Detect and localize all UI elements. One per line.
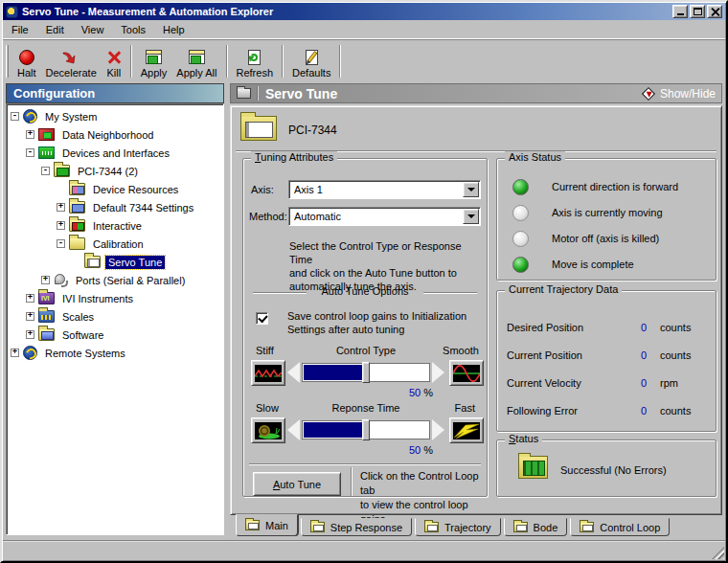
- apply-button[interactable]: Apply: [136, 42, 172, 80]
- show-hide-button[interactable]: Show/Hide: [644, 87, 716, 101]
- configuration-tree[interactable]: - My System + Data Neighborhood - Device…: [6, 103, 224, 535]
- tab-trajectory[interactable]: Trajectory: [415, 518, 501, 536]
- tree-expander[interactable]: -: [11, 112, 19, 121]
- tree-item-label[interactable]: Remote Systems: [42, 347, 128, 360]
- tree-item-pci-7344[interactable]: - PCI-7344 (2): [7, 162, 223, 180]
- save-gains-checkbox[interactable]: [256, 312, 268, 325]
- slider-thumb[interactable]: [362, 362, 370, 383]
- menu-view[interactable]: View: [73, 22, 113, 37]
- slider-right-arrow[interactable]: [432, 419, 444, 440]
- menu-bar: File Edit View Tools Help: [3, 20, 725, 38]
- tree-item-scales[interactable]: + Scales: [7, 307, 223, 326]
- slider-left-arrow[interactable]: [287, 362, 300, 383]
- tab-label: Control Loop: [600, 522, 660, 533]
- application-window: Servo Tune - Measurement & Automation Ex…: [0, 0, 728, 563]
- decelerate-button[interactable]: Decelerate: [41, 42, 102, 80]
- tree-item-default-7344-settings[interactable]: + Default 7344 Settings: [7, 198, 223, 216]
- tree-item-label[interactable]: Interactive: [90, 219, 145, 233]
- tree-item-label[interactable]: Calibration: [90, 237, 147, 251]
- trajectory-value: 0: [622, 322, 647, 333]
- fast-button[interactable]: [449, 417, 484, 443]
- tree-expander[interactable]: +: [26, 294, 34, 303]
- tree-item-my-system[interactable]: - My System: [7, 107, 223, 125]
- tree-expander[interactable]: +: [41, 276, 50, 284]
- status-message: Successful (No Errors): [560, 464, 667, 476]
- slider-track[interactable]: [302, 363, 430, 382]
- group-title: Status: [505, 433, 542, 444]
- kill-button[interactable]: Kill: [102, 42, 126, 80]
- trajectory-data-group: Current Trajectory Data Desired Position…: [496, 290, 717, 432]
- led-indicator: [512, 179, 529, 195]
- tree-item-label[interactable]: Servo Tune: [105, 256, 165, 269]
- tab-main[interactable]: Main: [236, 514, 298, 536]
- tree-item-servo-tune[interactable]: Servo Tune: [7, 253, 223, 271]
- menu-help[interactable]: Help: [154, 22, 193, 37]
- apply-all-button[interactable]: Apply All: [171, 42, 221, 80]
- tree-item-calibration[interactable]: - Calibration: [7, 235, 223, 253]
- tab-step-response[interactable]: Step Response: [301, 518, 412, 536]
- tree-item-ivi-instruments[interactable]: + IVI Instruments: [7, 289, 223, 307]
- tree-item-label[interactable]: My System: [42, 110, 100, 124]
- trajectory-label: Current Velocity: [507, 377, 622, 389]
- menu-edit[interactable]: Edit: [37, 22, 73, 37]
- slow-button[interactable]: [251, 417, 285, 443]
- slider-track[interactable]: [302, 420, 430, 439]
- title-bar[interactable]: Servo Tune - Measurement & Automation Ex…: [3, 3, 725, 20]
- tab-bode[interactable]: Bode: [504, 518, 568, 536]
- tree-item-label[interactable]: Device Resources: [90, 183, 181, 196]
- halt-button[interactable]: Halt: [12, 42, 41, 80]
- tree-item-label[interactable]: Software: [59, 328, 106, 342]
- tree-expander[interactable]: -: [41, 167, 50, 175]
- tree-item-devices-and-interfaces[interactable]: - Devices and Interfaces: [7, 144, 223, 162]
- refresh-button[interactable]: Refresh: [232, 42, 279, 80]
- response-time-slider[interactable]: [287, 419, 444, 440]
- tree-item-label[interactable]: Data Neighborhood: [59, 128, 156, 142]
- tree-item-software[interactable]: + Software: [7, 326, 223, 344]
- slider-left-arrow[interactable]: [287, 419, 300, 440]
- tree-item-label[interactable]: Default 7344 Settings: [90, 201, 196, 214]
- apply-all-label: Apply All: [176, 67, 216, 79]
- tree-expander[interactable]: +: [26, 330, 34, 339]
- tree-item-ports[interactable]: + Ports (Serial & Parallel): [7, 271, 223, 289]
- tree-item-label[interactable]: Ports (Serial & Parallel): [73, 274, 188, 287]
- slider-thumb[interactable]: [362, 419, 370, 440]
- tree-expander[interactable]: +: [11, 349, 19, 357]
- menu-file[interactable]: File: [3, 22, 37, 37]
- stiff-button[interactable]: [251, 360, 285, 386]
- slider-right-arrow[interactable]: [432, 362, 444, 383]
- tab-control-loop[interactable]: Control Loop: [570, 518, 670, 536]
- tree-expander[interactable]: +: [26, 130, 34, 139]
- show-hide-icon: [642, 86, 655, 100]
- slow-label: Slow: [256, 402, 279, 414]
- smooth-button[interactable]: [449, 360, 484, 386]
- hint-divider: [351, 467, 353, 496]
- tree-item-data-neighborhood[interactable]: + Data Neighborhood: [7, 125, 223, 144]
- tree-item-label[interactable]: Scales: [59, 310, 97, 324]
- tree-expander[interactable]: +: [26, 312, 34, 321]
- save-gains-label: Save control loop gains to Initializatio…: [287, 309, 466, 336]
- tree-item-label[interactable]: PCI-7344 (2): [75, 165, 141, 178]
- axis-dropdown-button[interactable]: [463, 182, 479, 197]
- maximize-button[interactable]: [690, 5, 705, 18]
- axis-select[interactable]: Axis 1: [288, 180, 481, 199]
- resize-grip[interactable]: [712, 547, 724, 559]
- tree-expander[interactable]: -: [26, 148, 34, 157]
- minimize-button[interactable]: [672, 5, 688, 18]
- method-dropdown-button[interactable]: [463, 209, 479, 224]
- tree-expander[interactable]: -: [57, 239, 65, 248]
- tree-item-interactive[interactable]: + Interactive: [7, 216, 223, 235]
- tree-item-remote-systems[interactable]: + Remote Systems: [7, 344, 223, 362]
- auto-tune-button[interactable]: Auto Tune: [253, 472, 341, 496]
- resources-folder-icon: [69, 183, 85, 195]
- method-select[interactable]: Automatic: [288, 207, 481, 226]
- tree-item-label[interactable]: IVI Instruments: [59, 292, 136, 305]
- close-button[interactable]: [707, 5, 722, 18]
- menu-tools[interactable]: Tools: [112, 22, 154, 37]
- tree-expander[interactable]: +: [57, 221, 65, 230]
- control-type-slider[interactable]: [287, 362, 444, 383]
- defaults-button[interactable]: Defaults: [287, 42, 335, 80]
- tree-item-device-resources[interactable]: Device Resources: [7, 180, 223, 198]
- tree-item-label[interactable]: Devices and Interfaces: [59, 146, 172, 160]
- toolbar-grip[interactable]: [6, 45, 9, 78]
- tree-expander[interactable]: +: [57, 203, 65, 212]
